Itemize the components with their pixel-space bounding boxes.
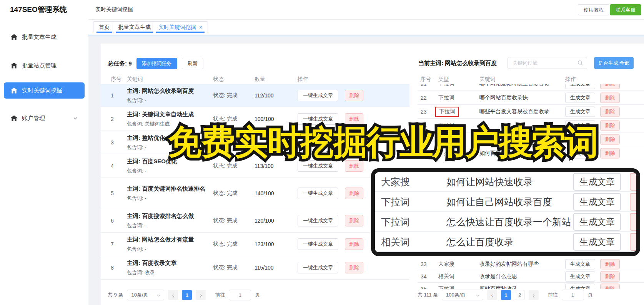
delete-button[interactable]: 删除 (600, 134, 620, 144)
status-text: 状态: 完成 (213, 139, 238, 146)
status-text: 状态: 完成 (213, 92, 238, 99)
breadcrumb: 实时关键词挖掘 (95, 6, 133, 13)
sidebar-item[interactable]: 批量站点管理 (4, 57, 85, 74)
search-icon (577, 60, 583, 66)
generate-filter-button[interactable]: 是否生成:全部 (594, 57, 634, 69)
inset-keyword-row: 大家搜 如何让网站快速收录 生成文章 删除 (375, 172, 636, 192)
tab-batch-articles[interactable]: 批量文章生成 (113, 21, 156, 33)
generate-article-button[interactable]: 生成文章 (573, 233, 621, 251)
add-task-button[interactable]: 添加挖词任务 (136, 58, 177, 69)
app-title: 147SEO管理系统 (10, 5, 67, 15)
contact-support-button[interactable]: 联系客服 (610, 4, 641, 15)
tab-keyword-mining[interactable]: 实时关键词挖掘 × (153, 21, 208, 33)
generate-article-button[interactable]: 生成文章 (573, 213, 621, 231)
generate-articles-button[interactable]: 一键生成文章 (298, 137, 338, 148)
generate-article-button[interactable]: 生成文章 (565, 283, 595, 289)
delete-button[interactable]: 删除 (600, 92, 620, 103)
count-text: 123/100 (255, 241, 274, 247)
main-keyword: 主词: 百度SEO优化 (127, 158, 211, 165)
sidebar-item[interactable]: 批量文章生成 (4, 29, 85, 45)
keyword-row: 24 下拉词 生成文章 删除 (418, 119, 644, 132)
generate-article-button[interactable]: 生成文章 (565, 271, 595, 282)
status-text: 状态: 完成 (213, 163, 238, 169)
delete-button[interactable]: 删除 (345, 160, 363, 172)
keyword-filter-input[interactable] (508, 57, 587, 69)
main-keyword: 主词: 百度收录文章 (127, 259, 211, 267)
delete-button[interactable]: 删除 (630, 233, 640, 251)
generate-articles-button[interactable]: 一键生成文章 (298, 262, 338, 273)
main-keyword: 主词: 整站优化 (127, 134, 211, 142)
generate-article-button[interactable]: 生成文章 (565, 148, 595, 158)
page-number-button[interactable]: 2 (515, 290, 525, 300)
row-index: 3 (111, 139, 114, 146)
next-page-button[interactable]: › (529, 290, 539, 300)
generate-articles-button[interactable]: 一键生成文章 (298, 215, 338, 226)
keyword-type: 下拉词 (435, 107, 459, 117)
delete-button[interactable]: 删除 (600, 259, 620, 269)
page-size-select[interactable]: 10条/页 (127, 290, 164, 300)
generate-article-button[interactable]: 生成文章 (565, 92, 595, 103)
sidebar-item[interactable]: 实时关键词挖掘 (4, 82, 85, 99)
delete-button[interactable]: 删除 (600, 84, 620, 89)
delete-button[interactable]: 删除 (630, 193, 640, 211)
main-keyword: 主词: 百度搜索排名怎么做 (127, 212, 211, 220)
generate-article-button[interactable]: 生成文章 (565, 84, 595, 89)
delete-button[interactable]: 删除 (345, 188, 363, 199)
main-keyword: 主词: 网站怎么做才有流量 (127, 236, 211, 243)
delete-button[interactable]: 删除 (630, 173, 640, 191)
delete-button[interactable]: 删除 (600, 271, 620, 282)
sidebar-item[interactable]: 账户管理 (4, 110, 85, 126)
generate-article-button[interactable]: 生成文章 (565, 120, 595, 131)
tutorial-button[interactable]: 使用教程 (578, 4, 609, 15)
prev-page-button[interactable]: ‹ (487, 290, 497, 300)
generate-articles-button[interactable]: 一键生成文章 (298, 113, 338, 125)
page-size-select[interactable]: 100条/页 (442, 290, 483, 300)
keyword-type: 大家搜 (438, 136, 454, 143)
tab-home[interactable]: 首页 (93, 21, 115, 33)
sidebar-item-label: 批量文章生成 (22, 34, 57, 41)
delete-button[interactable]: 删除 (345, 137, 363, 148)
prev-page-button[interactable]: ‹ (168, 290, 178, 300)
col-action: 操作 (565, 76, 576, 83)
delete-button[interactable]: 删除 (630, 213, 640, 231)
delete-button[interactable]: 删除 (345, 238, 363, 250)
delete-button[interactable]: 删除 (600, 283, 620, 289)
task-row: 8 主词: 百度收录文章 包含词: 收录 状态: 完成 115/100 一键生成… (101, 256, 409, 280)
generate-article-button[interactable]: 生成文章 (573, 173, 621, 191)
status-text: 状态: 完成 (213, 264, 238, 271)
generate-article-button[interactable]: 生成文章 (573, 193, 621, 211)
contains-words: 包含词: 收录 (127, 269, 211, 276)
col-action: 操作 (298, 76, 308, 83)
generate-articles-button[interactable]: 一键生成文章 (298, 188, 338, 199)
delete-button[interactable]: 删除 (345, 262, 363, 273)
count-text: 113/100 (255, 163, 274, 169)
generate-articles-button[interactable]: 一键生成文章 (298, 238, 338, 250)
delete-button[interactable]: 删除 (345, 113, 363, 125)
close-icon[interactable]: × (199, 24, 202, 30)
contains-words: 包含词: - (127, 246, 211, 253)
count-text: 120/100 (255, 218, 274, 224)
refresh-button[interactable]: 刷新 (182, 58, 203, 69)
goto-page-input[interactable] (229, 290, 251, 300)
keyword-type: 下拉词 (438, 150, 454, 157)
page-number-button[interactable]: 1 (501, 290, 511, 300)
page-number-button[interactable]: 1 (182, 290, 192, 300)
next-page-button[interactable]: › (196, 290, 206, 300)
delete-button[interactable]: 删除 (345, 90, 363, 101)
delete-button[interactable]: 删除 (600, 106, 620, 117)
task-row: 7 主词: 网站怎么做才有流量 包含词: - 状态: 完成 123/100 一键… (101, 233, 409, 256)
delete-button[interactable]: 删除 (600, 148, 620, 158)
chevron-down-icon (156, 293, 161, 298)
generate-articles-button[interactable]: 一键生成文章 (298, 160, 338, 172)
generate-articles-button[interactable]: 一键生成文章 (298, 90, 338, 101)
keyword-type: 下拉词 (438, 84, 454, 87)
delete-button[interactable]: 删除 (600, 120, 620, 131)
generate-article-button[interactable]: 生成文章 (565, 106, 595, 117)
keyword-type: 下拉词 (438, 122, 454, 129)
generate-article-button[interactable]: 生成文章 (565, 134, 595, 144)
generate-article-button[interactable]: 生成文章 (565, 259, 595, 269)
keyword-type: 下拉词 (381, 216, 410, 228)
delete-button[interactable]: 删除 (345, 215, 363, 226)
goto-page-input[interactable] (562, 290, 584, 300)
contains-words: 包含词: - (127, 222, 211, 229)
